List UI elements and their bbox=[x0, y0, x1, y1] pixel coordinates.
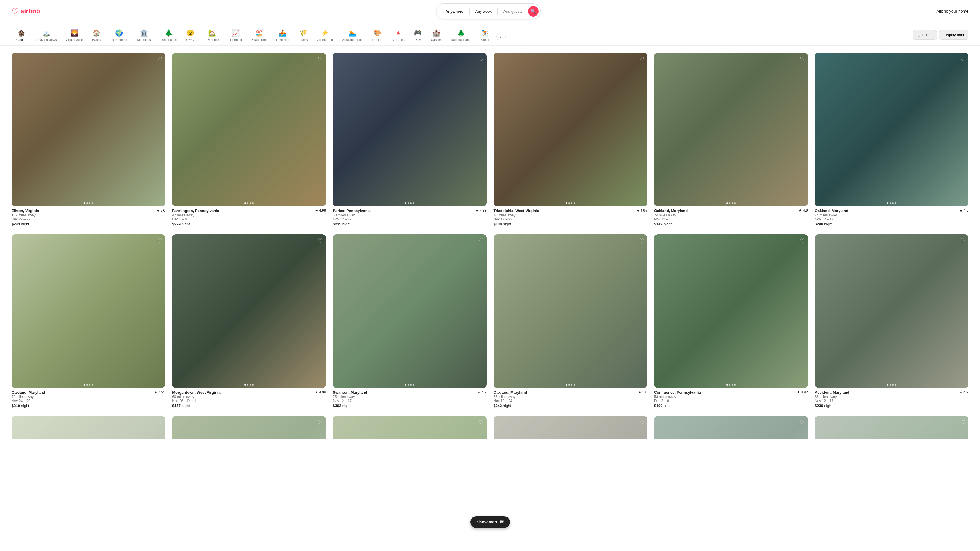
listing-card[interactable]: ♡ Triadelphia, West Virginia ★ 4.95 40 m… bbox=[494, 53, 647, 227]
listing-card[interactable]: ♡ Farmington, Pennsylvania ★ 4.99 47 mil… bbox=[172, 53, 326, 227]
listing-distance: 74 miles away bbox=[815, 213, 969, 217]
listing-rating: ★ 4.88 bbox=[476, 209, 487, 213]
category-item-omg[interactable]: 😮 OMG! bbox=[181, 27, 199, 46]
search-bar[interactable]: Anywhere Any week Add guests 🔍 bbox=[436, 3, 541, 19]
wishlist-button[interactable]: ♡ bbox=[960, 237, 966, 244]
category-item-play[interactable]: 🎮 Play bbox=[409, 27, 426, 46]
listing-card[interactable]: ♡ Partial listing 2 bbox=[172, 416, 326, 439]
category-item-beachfront[interactable]: 🏖️ Beachfront bbox=[247, 27, 271, 46]
listing-card[interactable]: ♡ Oakland, Maryland ★ 4.95 72 miles away… bbox=[11, 234, 165, 409]
category-item-design[interactable]: 🎨 Design bbox=[368, 27, 387, 46]
listing-card[interactable]: ♡ Swanton, Maryland ★ 4.9 75 miles away … bbox=[333, 234, 486, 409]
dot-indicators bbox=[244, 203, 254, 204]
listing-image bbox=[172, 234, 326, 388]
logo[interactable]: ♡ airbnb bbox=[11, 7, 40, 16]
dot bbox=[86, 384, 88, 386]
category-item-trending[interactable]: 📈 Trending bbox=[225, 27, 247, 46]
listing-card[interactable]: ♡ Partial listing 4 bbox=[494, 416, 647, 439]
category-item-farms[interactable]: 🌾 Farms bbox=[294, 27, 312, 46]
nav-next-arrow[interactable]: › bbox=[496, 32, 506, 41]
wishlist-button[interactable]: ♡ bbox=[639, 237, 644, 244]
listing-distance: 60 miles away bbox=[172, 395, 326, 399]
barns-label: Barns bbox=[92, 38, 100, 41]
listing-card[interactable]: ♡ Accident, Maryland ★ 4.9 66 miles away… bbox=[815, 234, 969, 409]
dot-indicators bbox=[726, 384, 736, 386]
cabins-icon: 🏚️ bbox=[18, 30, 25, 36]
category-item-amazing-views[interactable]: 🏔️ Amazing views bbox=[31, 27, 61, 46]
listing-card[interactable]: ♡ Confluence, Pennsylvania ★ 4.92 53 mil… bbox=[654, 234, 808, 409]
search-button[interactable]: 🔍 bbox=[528, 6, 539, 16]
design-label: Design bbox=[372, 38, 382, 41]
wishlist-button[interactable]: ♡ bbox=[318, 419, 323, 426]
farms-icon: 🌾 bbox=[299, 30, 307, 36]
airbnb-your-home[interactable]: Airbnb your home bbox=[936, 9, 969, 14]
wishlist-button[interactable]: ♡ bbox=[318, 237, 323, 244]
listing-image bbox=[11, 53, 165, 206]
category-nav: 🏚️ Cabins 🏔️ Amazing views 🌄 Countryside… bbox=[0, 23, 980, 46]
listing-card[interactable]: ♡ Partial listing 6 bbox=[815, 416, 969, 439]
category-item-tiny-homes[interactable]: 🏡 Tiny homes bbox=[199, 27, 225, 46]
listing-card[interactable]: ♡ Elkton, Virginia ★ 5.0 162 miles away … bbox=[11, 53, 165, 227]
play-label: Play bbox=[415, 38, 421, 41]
listing-title-row: Swanton, Maryland ★ 4.9 bbox=[333, 390, 486, 395]
category-item-castles[interactable]: 🏰 Castles bbox=[426, 27, 446, 46]
listing-card[interactable]: ♡ Oakland, Maryland ★ 4.9 74 miles away … bbox=[815, 53, 969, 227]
listing-card[interactable]: ♡ Oakland, Maryland ★ 5.0 76 miles away … bbox=[494, 234, 647, 409]
wishlist-button[interactable]: ♡ bbox=[157, 419, 162, 426]
wishlist-button[interactable]: ♡ bbox=[800, 237, 805, 244]
wishlist-button[interactable]: ♡ bbox=[157, 237, 162, 244]
category-item-treehouses[interactable]: 🌲 Treehouses bbox=[156, 27, 182, 46]
search-week[interactable]: Any week bbox=[472, 9, 495, 14]
listing-image bbox=[815, 416, 969, 439]
wishlist-button[interactable]: ♡ bbox=[800, 419, 805, 426]
listing-price: $235 night bbox=[333, 222, 486, 226]
dot bbox=[410, 203, 412, 204]
filters-button[interactable]: ⊞ Filters bbox=[913, 30, 937, 40]
listing-image bbox=[654, 416, 808, 439]
wishlist-button[interactable]: ♡ bbox=[960, 56, 966, 63]
listing-rating: ★ 4.95 bbox=[636, 209, 647, 213]
listing-card[interactable]: ♡ Partial listing 5 bbox=[654, 416, 808, 439]
category-item-amazing-pools[interactable]: 🏊 Amazing pools bbox=[338, 27, 368, 46]
category-item-mansions[interactable]: 🏛️ Mansions bbox=[132, 27, 155, 46]
logo-text: airbnb bbox=[21, 8, 40, 15]
wishlist-button[interactable]: ♡ bbox=[639, 56, 644, 63]
listing-card[interactable]: ♡ Parker, Pennsylvania ★ 4.88 53 miles a… bbox=[333, 53, 486, 227]
listing-distance: 66 miles away bbox=[815, 395, 969, 399]
dot-indicators bbox=[405, 384, 414, 386]
category-item-off-the-grid[interactable]: ⚡ Off-the-grid bbox=[312, 27, 337, 46]
wishlist-button[interactable]: ♡ bbox=[318, 56, 323, 63]
listing-price: $190 night bbox=[654, 403, 808, 408]
wishlist-button[interactable]: ♡ bbox=[960, 419, 966, 426]
category-item-lakefront[interactable]: 🚣 Lakefront bbox=[271, 27, 294, 46]
listing-card[interactable]: ♡ Morgantown, West Virginia ★ 4.98 60 mi… bbox=[172, 234, 326, 409]
wishlist-button[interactable]: ♡ bbox=[479, 56, 484, 63]
category-item-countryside[interactable]: 🌄 Countryside bbox=[62, 27, 88, 46]
listing-info: Oakland, Maryland ★ 4.9 74 miles away No… bbox=[654, 206, 808, 227]
dot bbox=[732, 384, 733, 386]
category-item-barns[interactable]: 🏠 Barns bbox=[88, 27, 105, 46]
wishlist-button[interactable]: ♡ bbox=[479, 237, 484, 244]
filter-bar: ⊞ Filters Display total bbox=[913, 30, 969, 43]
listing-info: Oakland, Maryland ★ 4.95 72 miles away N… bbox=[11, 388, 165, 409]
wishlist-button[interactable]: ♡ bbox=[639, 419, 644, 426]
category-item-a-frames[interactable]: 🔺 A-frames bbox=[387, 27, 409, 46]
search-guests[interactable]: Add guests bbox=[500, 9, 526, 14]
display-total-button[interactable]: Display total bbox=[939, 30, 969, 40]
wishlist-button[interactable]: ♡ bbox=[157, 56, 162, 63]
dot bbox=[89, 203, 91, 204]
category-item-national-parks[interactable]: 🌲 National parks bbox=[446, 27, 476, 46]
listing-card[interactable]: ♡ Oakland, Maryland ★ 4.9 74 miles away … bbox=[654, 53, 808, 227]
category-item-earth-homes[interactable]: 🌍 Earth homes bbox=[105, 27, 132, 46]
play-icon: 🎮 bbox=[414, 30, 422, 36]
listing-location: Triadelphia, West Virginia bbox=[494, 209, 636, 213]
wishlist-button[interactable]: ♡ bbox=[800, 56, 805, 63]
search-location[interactable]: Anywhere bbox=[442, 9, 467, 14]
wishlist-button[interactable]: ♡ bbox=[479, 419, 484, 426]
a-frames-icon: 🔺 bbox=[394, 30, 402, 36]
listing-dates: Nov 12 – 17 bbox=[815, 217, 969, 221]
category-item-cabins[interactable]: 🏚️ Cabins bbox=[11, 27, 31, 46]
category-item-skiing[interactable]: ⛷️ Skiing bbox=[476, 27, 494, 46]
listing-card[interactable]: ♡ Partial listing 3 bbox=[333, 416, 486, 439]
listing-card[interactable]: ♡ Partial listing 1 bbox=[11, 416, 165, 439]
